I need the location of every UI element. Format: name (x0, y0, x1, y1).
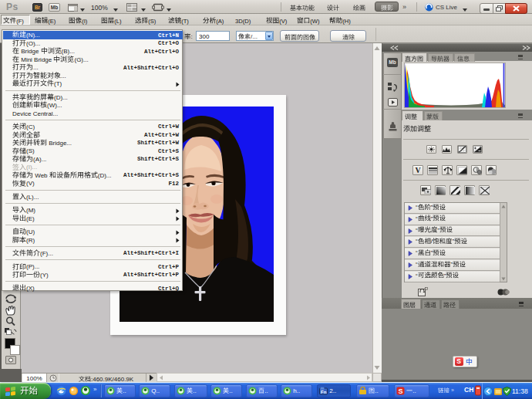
svg-text:S: S (399, 387, 403, 395)
svg-text:Fn: Fn (321, 390, 327, 394)
